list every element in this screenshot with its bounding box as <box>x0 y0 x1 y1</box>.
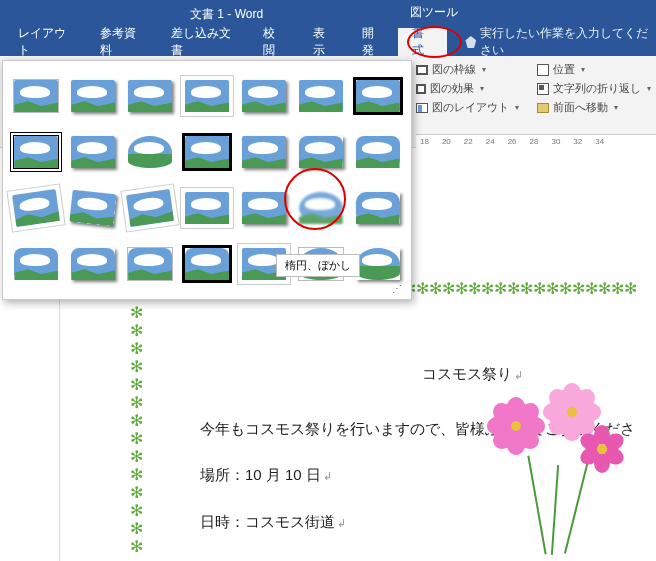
chevron-down-icon: ▾ <box>480 84 484 93</box>
paragraph-mark-icon: ↲ <box>323 470 332 482</box>
wrap-icon <box>537 83 549 95</box>
style-thumb[interactable] <box>236 125 291 179</box>
border-icon <box>416 65 428 75</box>
title-bar: 文書 1 - Word 図ツール <box>0 0 656 28</box>
decorative-border-left: ✻✻✻✻✻✻✻✻✻✻✻✻✻✻ <box>130 304 150 561</box>
tab-references[interactable]: 参考資料 <box>86 28 157 56</box>
tell-me-search[interactable]: 実行したい作業を入力してください <box>465 25 652 59</box>
style-thumb[interactable] <box>66 125 121 179</box>
picture-effects-button[interactable]: 図の効果▾ <box>416 81 519 96</box>
style-thumb[interactable] <box>350 69 405 123</box>
position-icon <box>537 64 549 76</box>
bring-forward-button[interactable]: 前面へ移動▾ <box>537 100 651 115</box>
doc-p3: 日時：コスモス街道 <box>200 513 335 530</box>
style-thumb-oval-soft[interactable] <box>293 181 348 235</box>
picture-border-button[interactable]: 図の枠線▾ <box>416 62 519 77</box>
style-thumb[interactable] <box>180 181 235 235</box>
layout-icon <box>416 103 428 113</box>
lightbulb-icon <box>465 36 476 48</box>
style-thumb[interactable] <box>293 125 348 179</box>
style-thumb[interactable] <box>180 69 235 123</box>
tab-developer[interactable]: 開発 <box>348 28 398 56</box>
tab-mailings[interactable]: 差し込み文書 <box>157 28 250 56</box>
horizontal-ruler[interactable]: 182022242628303234 <box>416 134 656 148</box>
chevron-down-icon: ▾ <box>515 103 519 112</box>
tab-review[interactable]: 校閲 <box>249 28 299 56</box>
tab-layout[interactable]: レイアウト <box>4 28 86 56</box>
picture-layout-button[interactable]: 図のレイアウト▾ <box>416 100 519 115</box>
doc-p2: 場所：10 月 10 日 <box>200 466 321 483</box>
style-thumb[interactable] <box>293 69 348 123</box>
chevron-down-icon: ▾ <box>482 65 486 74</box>
chevron-down-icon: ▾ <box>614 103 618 112</box>
gallery-more-handle[interactable]: ⋰ <box>389 283 405 295</box>
style-thumb[interactable] <box>350 125 405 179</box>
paragraph-mark-icon: ↲ <box>337 517 346 529</box>
style-thumb[interactable] <box>123 125 178 179</box>
style-thumb[interactable] <box>180 125 235 179</box>
cosmos-flower-image[interactable] <box>466 395 646 555</box>
style-thumb[interactable] <box>350 181 405 235</box>
style-thumb[interactable] <box>123 69 178 123</box>
style-thumb[interactable] <box>66 237 121 291</box>
style-thumb[interactable] <box>180 237 235 291</box>
chevron-down-icon: ▾ <box>647 84 651 93</box>
bring-forward-icon <box>537 103 549 113</box>
tell-me-placeholder: 実行したい作業を入力してください <box>480 25 652 59</box>
ribbon-tabs: レイアウト 参考資料 差し込み文書 校閲 表示 開発 書式 実行したい作業を入力… <box>0 28 656 56</box>
style-tooltip: 楕円、ぼかし <box>276 254 360 277</box>
contextual-tool-label: 図ツール <box>410 4 458 21</box>
style-thumb[interactable] <box>236 69 291 123</box>
paragraph-mark-icon: ↲ <box>514 369 523 381</box>
style-thumb[interactable] <box>123 237 178 291</box>
style-thumb[interactable] <box>123 181 178 235</box>
effects-icon <box>416 84 426 94</box>
style-thumb[interactable] <box>9 69 64 123</box>
position-button[interactable]: 位置▾ <box>537 62 651 77</box>
style-thumb[interactable] <box>9 125 64 179</box>
document-title: 文書 1 - Word <box>190 6 263 23</box>
doc-heading: コスモス祭り <box>422 365 512 382</box>
style-thumb[interactable] <box>66 181 121 235</box>
style-thumb[interactable] <box>236 181 291 235</box>
style-thumb[interactable] <box>66 69 121 123</box>
style-thumb[interactable] <box>9 237 64 291</box>
chevron-down-icon: ▾ <box>581 65 585 74</box>
style-thumb[interactable] <box>9 181 64 235</box>
wrap-text-button[interactable]: 文字列の折り返し▾ <box>537 81 651 96</box>
tab-format[interactable]: 書式 <box>398 28 448 56</box>
tab-view[interactable]: 表示 <box>299 28 349 56</box>
